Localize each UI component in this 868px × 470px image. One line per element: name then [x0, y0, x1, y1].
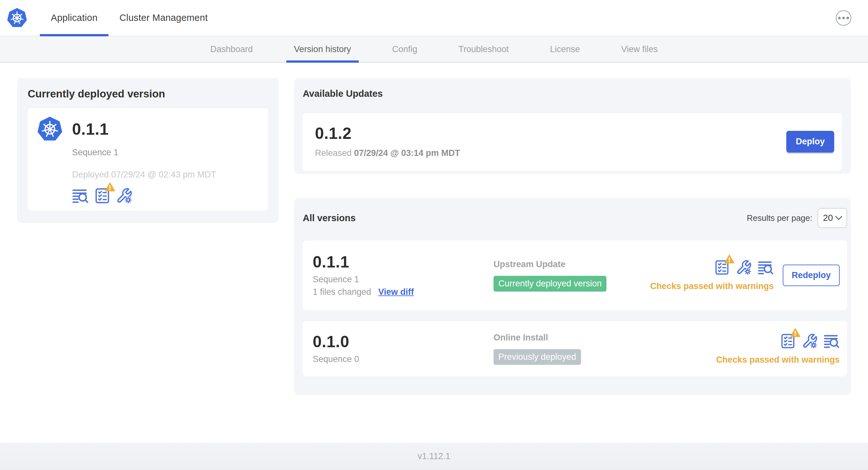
- tab-view-files[interactable]: View files: [614, 36, 665, 62]
- deployed-timestamp: Deployed 07/29/24 @ 02:43 pm MDT: [72, 170, 258, 180]
- results-per-page-label: Results per page:: [747, 213, 812, 223]
- top-nav: Application Cluster Management: [0, 0, 868, 36]
- config-icon[interactable]: [802, 333, 818, 349]
- console-version: v1.112.1: [417, 451, 451, 461]
- preflight-checks-warning-icon[interactable]: [714, 260, 730, 275]
- tab-version-history[interactable]: Version history: [286, 36, 359, 62]
- tab-troubleshoot[interactable]: Troubleshoot: [451, 36, 517, 62]
- row-version-number: 0.1.0: [313, 333, 494, 350]
- available-updates-title: Available Updates: [303, 89, 842, 99]
- currently-deployed-title: Currently deployed version: [28, 88, 268, 100]
- tab-view-files-label: View files: [621, 44, 658, 54]
- status-badge: Previously deployed: [494, 349, 581, 365]
- tab-config-label: Config: [392, 44, 417, 54]
- checks-status[interactable]: Checks passed with warnings: [716, 355, 840, 365]
- redeploy-button[interactable]: Redeploy: [783, 265, 840, 286]
- row-version-number: 0.1.1: [313, 254, 494, 271]
- logs-icon[interactable]: [824, 333, 840, 349]
- footer: v1.112.1: [0, 443, 868, 470]
- ellipsis-icon: [838, 17, 849, 19]
- logs-icon[interactable]: [72, 188, 89, 204]
- app-tabs: Application Cluster Management: [40, 0, 219, 36]
- tab-cluster-management-label: Cluster Management: [119, 12, 208, 23]
- preflight-checks-warning-icon[interactable]: [780, 333, 796, 349]
- tab-application[interactable]: Application: [40, 0, 108, 36]
- tab-application-label: Application: [51, 12, 97, 23]
- warning-triangle-icon: [790, 328, 800, 338]
- main-content: Currently deployed version 0.1.1 Sequenc…: [0, 63, 868, 395]
- warning-triangle-icon: [105, 182, 115, 192]
- config-icon[interactable]: [736, 260, 752, 275]
- released-label: Released: [315, 148, 352, 158]
- files-changed: 1 files changed: [313, 287, 371, 297]
- config-icon[interactable]: [116, 188, 132, 204]
- version-row-0-1-1: 0.1.1 Sequence 1 1 files changed View di…: [303, 240, 847, 310]
- kubernetes-logo-icon: [7, 7, 27, 29]
- tab-config[interactable]: Config: [384, 36, 425, 62]
- currently-deployed-version-card: 0.1.1 Sequence 1 Deployed 07/29/24 @ 02:…: [28, 108, 268, 210]
- released-timestamp: Released 07/29/24 @ 03:14 pm MDT: [315, 148, 460, 158]
- tab-troubleshoot-label: Troubleshoot: [459, 44, 509, 54]
- results-per-page-select[interactable]: 20: [817, 208, 847, 228]
- available-update-row: 0.1.2 Released 07/29/24 @ 03:14 pm MDT D…: [303, 113, 842, 171]
- tab-license-label: License: [550, 44, 580, 54]
- checks-status[interactable]: Checks passed with warnings: [650, 281, 774, 291]
- update-version-number: 0.1.2: [315, 125, 460, 142]
- row-sequence: Sequence 1: [313, 274, 494, 284]
- deployed-version-number: 0.1.1: [72, 121, 109, 138]
- all-versions-card: All versions Results per page: 20 0.1.1 …: [294, 198, 851, 395]
- all-versions-title: All versions: [303, 213, 355, 224]
- version-source: Upstream Update: [494, 260, 650, 269]
- tab-cluster-management[interactable]: Cluster Management: [108, 0, 219, 36]
- deploy-button[interactable]: Deploy: [786, 131, 834, 153]
- tab-dashboard[interactable]: Dashboard: [203, 36, 260, 62]
- warning-triangle-icon: [724, 254, 735, 264]
- available-updates-card: Available Updates 0.1.2 Released 07/29/2…: [294, 78, 851, 174]
- sub-nav: Dashboard Version history Config Trouble…: [0, 36, 868, 63]
- released-date: 07/29/24 @ 03:14 pm MDT: [354, 148, 460, 158]
- logs-icon[interactable]: [758, 260, 774, 275]
- deployed-sequence: Sequence 1: [72, 147, 258, 158]
- kubernetes-app-icon: [37, 116, 62, 142]
- tab-dashboard-label: Dashboard: [210, 44, 253, 54]
- view-diff-link[interactable]: View diff: [378, 287, 414, 297]
- tab-version-history-label: Version history: [294, 44, 351, 54]
- currently-deployed-card: Currently deployed version 0.1.1 Sequenc…: [17, 78, 279, 223]
- results-per-page-value: 20: [823, 213, 833, 223]
- preflight-checks-warning-icon[interactable]: [94, 188, 111, 204]
- more-menu-button[interactable]: [836, 10, 851, 26]
- status-badge: Currently deployed version: [494, 276, 607, 292]
- version-source: Online Install: [494, 333, 716, 343]
- row-sequence: Sequence 0: [313, 354, 494, 364]
- chevron-down-icon: [835, 216, 843, 220]
- tab-license[interactable]: License: [542, 36, 588, 62]
- version-row-0-1-0: 0.1.0 Sequence 0 Online Install Previous…: [303, 321, 847, 376]
